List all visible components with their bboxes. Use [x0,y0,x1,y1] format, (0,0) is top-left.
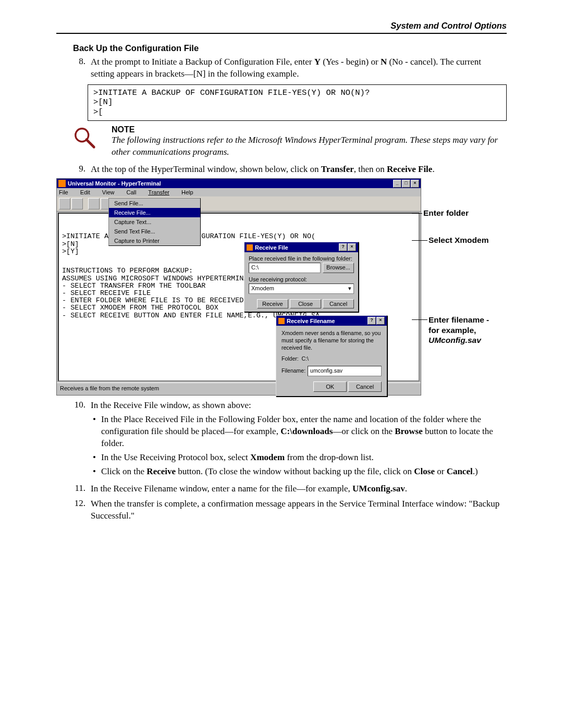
menu-view[interactable]: View [102,189,120,195]
menu-edit[interactable]: Edit [80,189,95,195]
step-10: 10. In the Receive File window, as shown… [56,400,507,480]
app-icon [58,180,66,187]
minimize-icon[interactable]: _ [393,180,401,188]
receive-file-dialog: Receive File ?× Place received file in t… [244,242,359,312]
close-icon[interactable]: × [376,317,385,325]
step-11: 11. In the Receive Filename window, ente… [56,483,507,495]
help-icon[interactable]: ? [339,243,347,251]
maximize-icon[interactable]: □ [402,180,410,188]
hyperterminal-screenshot: Universal Monitor - HyperTerminal _ □ × … [56,178,421,396]
step-12: 12. When the transfer is complete, a con… [56,498,507,522]
protocol-select[interactable]: Xmodem▾ [249,283,354,294]
close-icon[interactable]: × [411,180,419,188]
dialog-icon [247,244,253,251]
ok-button[interactable]: OK [313,381,347,392]
window-titlebar: Universal Monitor - HyperTerminal _ □ × [57,179,421,188]
menu-transfer[interactable]: Transfer [148,189,175,195]
tool-button[interactable] [88,198,100,209]
menu-item-capture-text[interactable]: Capture Text... [109,217,200,227]
menu-item-receive-file[interactable]: Receive File... [109,208,200,217]
filename-input[interactable]: umconfig.sav [308,366,382,376]
menu-file[interactable]: File [59,189,74,195]
chevron-down-icon[interactable]: ▾ [348,285,351,292]
cancel-button[interactable]: Cancel [348,381,382,392]
folder-input[interactable]: C:\ [249,263,321,273]
step-8: 8. At the prompt to Initiate a Backup of… [56,56,507,80]
callout-labels: Enter folder Select Xmodem Enter filenam… [421,178,507,396]
menu-help[interactable]: Help [181,189,199,195]
cancel-button[interactable]: Cancel [323,299,354,309]
step-9: 9. At the top of the HyperTerminal windo… [56,164,507,176]
transfer-dropdown: Send File... Receive File... Capture Tex… [108,198,201,246]
menu-item-capture-printer[interactable]: Capture to Printer [109,236,200,245]
tool-button[interactable] [59,198,70,209]
menu-item-send-text-file[interactable]: Send Text File... [109,227,200,236]
menu-item-send-file[interactable]: Send File... [109,199,200,208]
receive-button[interactable]: Receive [257,299,288,309]
section-title: Back Up the Configuration File [73,43,507,53]
magnifier-icon [73,125,112,158]
close-icon[interactable]: × [348,243,356,251]
page-header: System and Control Options [56,21,507,34]
receive-filename-dialog: Receive Filename ?× Xmodem never sends a… [276,315,387,397]
menubar: File Edit View Call Transfer Help [57,188,421,196]
tool-button[interactable] [71,198,83,209]
note-block: NOTE The following instructions refer to… [73,125,507,158]
code-example: >INITIATE A BACKUP OF CONFIGURATION FILE… [88,84,507,121]
browse-button[interactable]: Browse... [323,263,354,273]
help-icon[interactable]: ? [368,317,376,325]
close-button[interactable]: Close [290,299,321,309]
dialog-icon [278,318,285,324]
menu-call[interactable]: Call [127,189,142,195]
svg-line-1 [87,140,94,147]
